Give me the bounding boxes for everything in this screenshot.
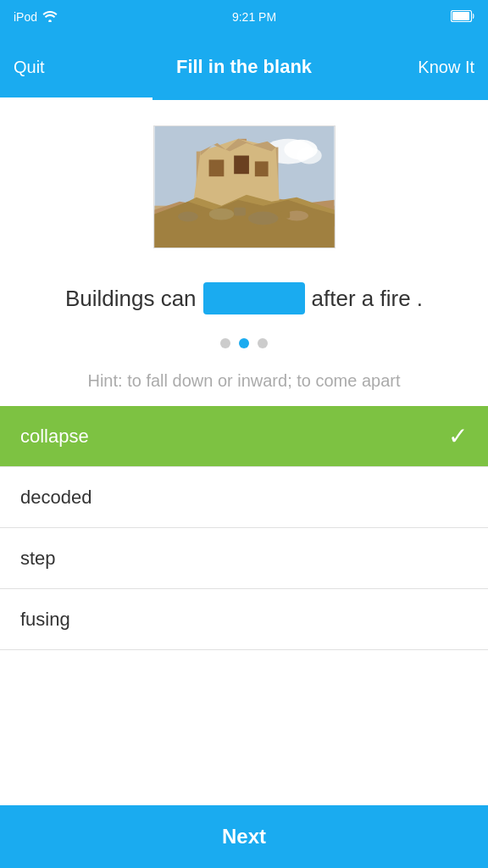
choice-label-decoded: decoded xyxy=(20,487,92,509)
svg-point-20 xyxy=(208,209,234,220)
svg-point-19 xyxy=(178,212,198,222)
device-label: iPod xyxy=(14,10,37,24)
dot-2 xyxy=(239,338,249,348)
nav-bar: Quit Fill in the blank Know It xyxy=(0,34,488,100)
svg-rect-24 xyxy=(234,208,246,216)
svg-rect-25 xyxy=(280,212,290,219)
pagination-dots xyxy=(0,331,488,355)
svg-rect-13 xyxy=(208,159,224,176)
dot-3 xyxy=(258,338,268,348)
status-left: iPod xyxy=(14,10,58,25)
svg-point-0 xyxy=(48,19,52,22)
dot-1 xyxy=(220,338,230,348)
svg-point-21 xyxy=(247,212,278,225)
nav-title: Fill in the blank xyxy=(176,56,312,78)
time-label: 9:21 PM xyxy=(232,10,276,24)
blank-box xyxy=(203,282,305,314)
svg-rect-23 xyxy=(200,210,208,217)
choice-label-collapse: collapse xyxy=(20,426,89,448)
wifi-icon xyxy=(42,10,58,25)
choice-step[interactable]: step xyxy=(0,528,488,589)
svg-marker-18 xyxy=(154,200,334,248)
svg-rect-2 xyxy=(452,12,469,20)
status-bar: iPod 9:21 PM xyxy=(0,0,488,34)
quit-button[interactable]: Quit xyxy=(14,58,45,77)
battery-icon xyxy=(451,10,474,25)
choice-decoded[interactable]: decoded xyxy=(0,467,488,528)
choice-fusing[interactable]: fusing xyxy=(0,589,488,650)
sentence-before: Buildings can xyxy=(65,286,197,312)
next-button[interactable]: Next xyxy=(0,805,488,868)
svg-point-6 xyxy=(297,147,322,164)
sentence-section: Buildings can after a fire . xyxy=(0,265,488,331)
knowit-button[interactable]: Know It xyxy=(418,58,474,77)
choice-collapse[interactable]: collapse ✓ xyxy=(0,406,488,467)
choice-label-fusing: fusing xyxy=(20,609,70,631)
main-content: Buildings can after a fire . Hint: to fa… xyxy=(0,100,488,805)
svg-rect-15 xyxy=(254,161,268,176)
choices-section: collapse ✓ decoded step fusing xyxy=(0,406,488,805)
next-button-label: Next xyxy=(222,825,266,849)
ruins-image xyxy=(153,125,336,248)
choice-label-step: step xyxy=(20,548,56,570)
image-section xyxy=(0,100,488,265)
hint-text: Hint: to fall down or inward; to come ap… xyxy=(87,371,400,390)
hint-section: Hint: to fall down or inward; to come ap… xyxy=(0,355,488,406)
svg-rect-14 xyxy=(234,156,249,175)
sentence-after: after a fire . xyxy=(312,286,424,312)
checkmark-icon: ✓ xyxy=(448,422,468,450)
